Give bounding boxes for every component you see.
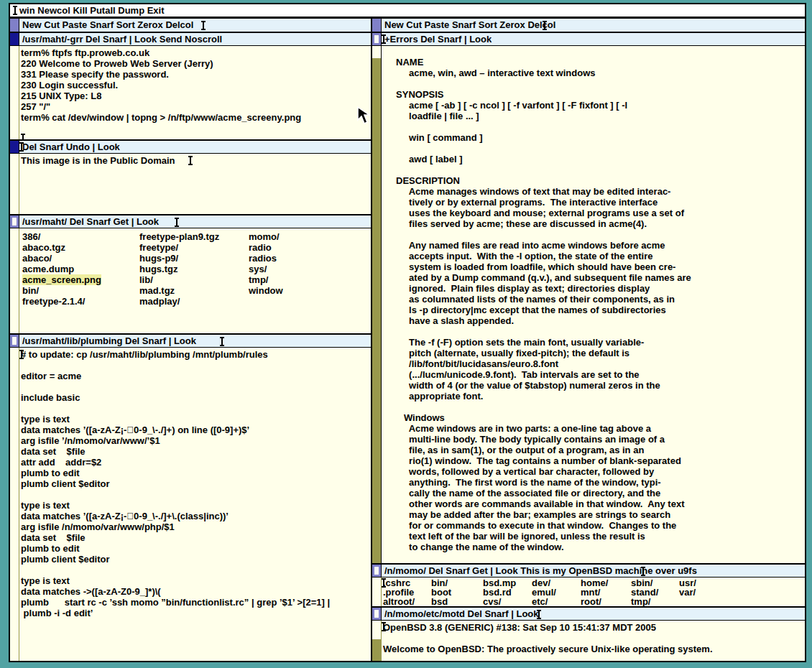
window-momo-motd: /n/momo/etc/motd Del Snarf | Look OpenBS… [372,606,805,661]
file-entry[interactable]: etc/ [532,597,548,606]
window-tag-text[interactable]: /usr/maht/ Del Snarf Get | Look [19,215,371,228]
scrollbar[interactable] [372,621,382,661]
window-tag-text[interactable]: /usr/maht/-grr Del Snarf | Look Send Nos… [19,33,371,45]
window-tag-text[interactable]: +Errors Del Snarf | Look [382,33,805,45]
window-body[interactable]: 386/abaco.tgzabaco/acme.dumpacme_screen.… [10,228,371,333]
window-body[interactable]: OpenBSD 3.8 (GENERIC) #138: Sat Sep 10 1… [372,621,805,661]
window-usr-maht-directory: /usr/maht/ Del Snarf Get | Look 386/abac… [10,214,371,333]
file-entry[interactable]: altroot/ [383,597,415,606]
manpage-text[interactable]: NAME acme, win, awd – interactive text w… [372,46,805,552]
window-tag[interactable]: /usr/maht/-grr Del Snarf | Look Send Nos… [10,33,371,46]
window-tag[interactable]: +Errors Del Snarf | Look [372,33,805,46]
column-tag-text[interactable]: New Cut Paste Snarf Sort Zerox Delcol [19,19,371,32]
file-entry[interactable]: acme_screen.png [22,274,101,285]
column-button-square-icon[interactable] [10,19,19,32]
window-tag-text[interactable]: /usr/maht/lib/plumbing Del Snarf | Look [19,335,371,347]
window-tag-text[interactable]: /n/momo/etc/motd Del Snarf | Look [382,608,805,620]
directory-listing: .cshrc.profilealtroot/bin/bootbsdbsd.mpb… [383,578,805,606]
file-entry[interactable]: acme.dump [22,264,74,274]
plumbing-rules-text[interactable]: # to update: cp /usr/maht/lib/plumbing /… [10,348,371,618]
file-entry[interactable]: radio [249,242,272,253]
scrollbar-thumb[interactable] [372,46,381,58]
left-column: New Cut Paste Snarf Sort Zerox Delcol /u… [10,17,371,661]
file-entry[interactable]: window [249,285,283,296]
directory-listing: 386/abaco.tgzabaco/acme.dumpacme_screen.… [22,231,371,307]
note-text[interactable]: This image is in the Public Domain [10,154,371,166]
file-entry[interactable]: mad.tgz [139,285,175,296]
scrollbar[interactable] [10,228,19,333]
file-entry[interactable]: hugs.tgz [139,264,177,274]
clean-indicator-square-icon[interactable] [372,33,382,45]
window-body[interactable]: term% ftpfs ftp.proweb.co.uk 220 Welcome… [10,46,371,139]
window-body[interactable]: NAME acme, win, awd – interactive text w… [372,46,805,563]
window-body[interactable]: # to update: cp /usr/maht/lib/plumbing /… [10,348,371,661]
window-usr-maht-grr: /usr/maht/-grr Del Snarf | Look Send Nos… [10,32,371,139]
scrollbar[interactable] [372,577,382,606]
file-entry[interactable]: cvs/ [483,597,501,606]
scrollbar[interactable] [372,46,382,563]
window-untitled-note: Del Snarf Undo | Look This image is in t… [10,139,371,214]
right-column: New Cut Paste Snarf Sort Zerox Delcol +E… [372,17,805,661]
rio-desktop-frame: win Newcol Kill Putall Dump Exit New Cut… [0,0,812,668]
window-plumbing-rules: /usr/maht/lib/plumbing Del Snarf | Look … [10,333,371,661]
terminal-output[interactable]: term% ftpfs ftp.proweb.co.uk 220 Welcome… [10,46,371,123]
window-tag[interactable]: /usr/maht/lib/plumbing Del Snarf | Look [10,335,371,348]
text-caret [21,134,26,139]
file-entry[interactable]: freetype-2.1.4/ [22,296,85,307]
file-entry[interactable]: radios [249,253,277,264]
scrollbar[interactable] [10,348,19,661]
window-tag[interactable]: Del Snarf Undo | Look [10,141,371,154]
file-entry[interactable]: root/ [581,597,601,606]
file-entry[interactable]: lib/ [139,274,153,285]
file-entry[interactable]: abaco/ [22,253,52,264]
file-entry[interactable]: freetype/ [139,242,178,253]
window-body[interactable]: This image is in the Public Domain [10,154,371,214]
file-entry[interactable]: sys/ [249,264,267,274]
window-tag-text[interactable]: Del Snarf Undo | Look [19,141,371,153]
file-entry[interactable]: tmp/ [631,597,650,606]
dirty-indicator-square-icon[interactable] [10,141,19,153]
window-tag[interactable]: /n/momo/etc/motd Del Snarf | Look [372,608,805,621]
acme-window: win Newcol Kill Putall Dump Exit New Cut… [9,3,806,662]
window-body[interactable]: .cshrc.profilealtroot/bin/bootbsdbsd.mpb… [372,577,805,606]
window-tag[interactable]: /usr/maht/ Del Snarf Get | Look [10,215,371,228]
window-tag[interactable]: /n/momo/ Del Snarf Get | Look This is my… [372,565,805,577]
scrollbar-track-segment[interactable] [372,639,381,661]
file-entry[interactable]: abaco.tgz [22,242,65,253]
scrollbar[interactable] [10,46,19,139]
motd-text[interactable]: OpenBSD 3.8 (GENERIC) #138: Sat Sep 10 1… [372,621,805,654]
file-entry[interactable]: momo/ [249,231,280,242]
window-momo-directory: /n/momo/ Del Snarf Get | Look This is my… [372,563,805,606]
left-column-tag[interactable]: New Cut Paste Snarf Sort Zerox Delcol [10,17,371,32]
clean-indicator-square-icon[interactable] [372,565,382,577]
file-entry[interactable]: tmp/ [249,274,268,285]
file-entry[interactable]: bsd [431,597,448,606]
window-tag-text[interactable]: /n/momo/ Del Snarf Get | Look This is my… [382,565,805,577]
file-entry[interactable]: hugs-p9/ [139,253,178,264]
file-entry[interactable]: 386/ [22,231,40,242]
main-tag[interactable]: win Newcol Kill Putall Dump Exit [10,4,805,17]
clean-indicator-square-icon[interactable] [372,608,382,620]
clean-indicator-square-icon[interactable] [10,335,19,347]
file-entry[interactable]: var/ [679,588,696,597]
dirty-indicator-square-icon[interactable] [10,33,19,45]
file-entry[interactable]: freetype-plan9.tgz [139,231,219,242]
clean-indicator-square-icon[interactable] [10,215,19,228]
file-entry[interactable]: bin/ [22,285,39,296]
main-tag-text[interactable]: win Newcol Kill Putall Dump Exit [17,4,165,17]
file-entry[interactable]: madplay/ [139,296,180,307]
column-button-square-icon[interactable] [372,19,382,32]
column-tag-text[interactable]: New Cut Paste Snarf Sort Zerox Delcol [382,19,805,32]
window-errors-manpage: +Errors Del Snarf | Look NAME acme, win,… [372,32,805,563]
scrollbar[interactable] [10,154,19,214]
right-column-tag[interactable]: New Cut Paste Snarf Sort Zerox Delcol [372,17,805,32]
